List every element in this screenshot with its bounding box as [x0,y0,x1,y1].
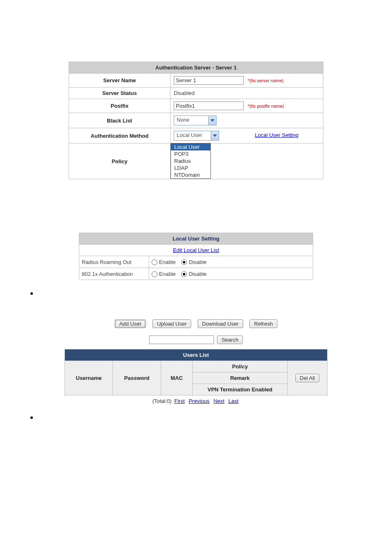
local-user-setting-link[interactable]: Local User Setting [255,132,298,138]
auth-method-option[interactable]: Local User [171,143,210,150]
users-toolbar: Add User Upload User Download User Refre… [0,319,392,328]
policy-label: Policy [69,143,171,179]
auth-title: Authentication Server - Server 1 [69,62,323,74]
col-password: Password [113,361,161,395]
auth-method-option[interactable]: Radius [171,157,210,164]
disable-radio[interactable] [181,271,187,277]
search-input[interactable] [149,335,214,344]
enable-radio[interactable] [152,271,157,277]
pager-next[interactable]: Next [213,398,224,404]
col-username: Username [65,361,113,395]
server-name-label: Server Name [69,74,171,88]
local-setting-options: EnableDisable [149,256,313,268]
users-list-title: Users List [65,349,327,361]
col-mac: MAC [161,361,193,395]
col-vpn: VPN Termination Enabled [193,384,288,395]
edit-local-user-list-link[interactable]: Edit Local User List [173,247,219,253]
users-list-panel: Users List Username Password MAC Policy … [65,349,327,395]
pager-first[interactable]: First [174,398,184,404]
auth-method-option[interactable]: POP3 [171,150,210,157]
del-all-button[interactable]: Del All [295,374,320,382]
chevron-down-icon [211,131,219,140]
server-status-value: Disabled [171,88,323,99]
search-row: Search [0,335,392,344]
chevron-down-icon [208,116,216,125]
search-button[interactable]: Search [217,335,243,344]
server-name-hint: *(Its server name) [248,78,284,83]
auth-method-label: Authentication Method [69,128,171,143]
pager-last[interactable]: Last [228,398,239,404]
pager-previous[interactable]: Previous [189,398,210,404]
enable-label: Enable [159,271,175,277]
local-title: Local User Setting [79,233,313,245]
enable-label: Enable [159,259,175,265]
auth-method-option[interactable]: LDAP [171,164,210,171]
server-name-input[interactable] [174,76,244,85]
refresh-button[interactable]: Refresh [249,319,277,328]
bullet-icon [30,292,33,295]
pager-total: (Total:0) [152,398,172,404]
local-setting-options: EnableDisable [149,268,313,280]
local-setting-label: Radius Roaming Out [79,256,149,268]
postfix-hint: *(Its postfix name) [248,104,284,109]
blacklist-select[interactable]: None [174,116,217,125]
disable-radio[interactable] [181,259,187,265]
download-user-button[interactable]: Download User [198,319,243,328]
auth-method-option[interactable]: NTDomain [171,171,210,178]
col-policy: Policy [193,361,288,372]
postfix-label: Postfix [69,99,171,113]
local-user-setting-panel: Local User Setting Edit Local User List … [79,233,313,280]
blacklist-label: Black List [69,113,171,128]
disable-label: Disable [189,271,206,277]
enable-radio[interactable] [152,259,157,265]
postfix-input[interactable] [174,102,244,110]
bullet-icon [30,416,33,419]
auth-method-dropdown[interactable]: Local UserPOP3RadiusLDAPNTDomain [171,143,211,179]
disable-label: Disable [189,259,206,265]
auth-server-panel: Authentication Server - Server 1 Server … [69,62,323,179]
auth-method-select[interactable]: Local User [174,131,219,141]
users-pager: (Total:0) First Previous Next Last [0,398,392,404]
local-setting-label: 802.1x Authentication [79,268,149,280]
server-status-label: Server Status [69,88,171,99]
upload-user-button[interactable]: Upload User [152,319,191,328]
col-remark: Remark [193,372,288,384]
add-user-button[interactable]: Add User [115,319,146,328]
